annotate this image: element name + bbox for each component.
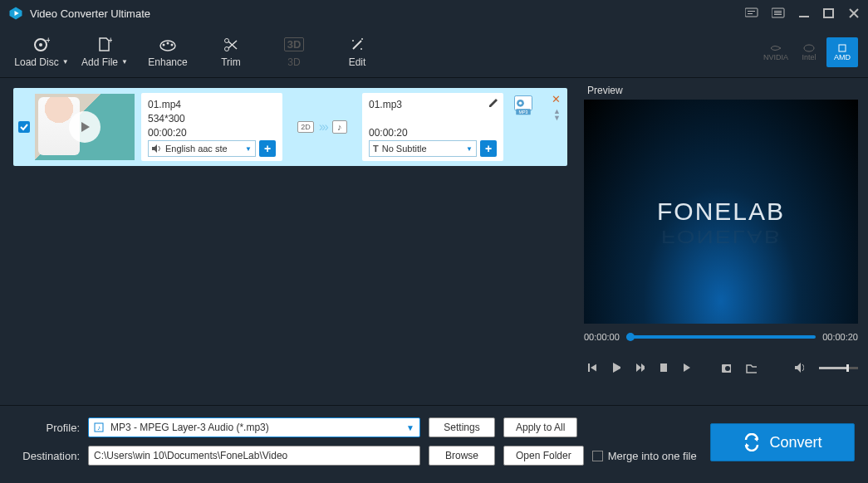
chevron-down-icon: ▼	[245, 145, 252, 153]
svg-marker-42	[641, 363, 645, 372]
volume-slider[interactable]	[819, 367, 858, 369]
minimize-icon[interactable]	[798, 7, 810, 19]
time-current: 00:00:00	[584, 332, 620, 342]
load-disc-label: Load Disc	[14, 56, 58, 68]
svg-marker-44	[684, 363, 690, 372]
close-icon[interactable]	[848, 7, 860, 19]
svg-point-19	[167, 41, 169, 44]
svg-marker-32	[152, 144, 157, 153]
main-toolbar: + Load Disc▼ + Add File▼ Enhance Trim 3D…	[0, 27, 868, 78]
profile-select[interactable]: ♪ MP3 - MPEG Layer-3 Audio (*.mp3)▼	[88, 417, 420, 437]
intel-icon	[802, 43, 816, 53]
file-thumbnail[interactable]	[35, 94, 135, 160]
audio-track-select[interactable]: English aac ste▼	[148, 140, 256, 157]
chevron-down-icon: ▼	[466, 145, 473, 153]
feedback-icon[interactable]	[745, 7, 758, 19]
open-snapshot-folder-button[interactable]	[746, 362, 756, 373]
bottom-bar: Profile: ♪ MP3 - MPEG Layer-3 Audio (*.m…	[0, 405, 868, 483]
svg-line-25	[353, 41, 361, 49]
svg-point-29	[804, 45, 814, 51]
dest-info: 01.mp3 00:00:20 T No Subtitle▼ +	[362, 93, 503, 161]
destination-input[interactable]: C:\Users\win 10\Documents\FoneLab\Video	[88, 446, 420, 466]
load-disc-button[interactable]: + Load Disc▼	[10, 31, 73, 74]
svg-text:+: +	[46, 37, 50, 45]
hw-accel-badges: NVIDIA Intel AMD	[760, 37, 858, 67]
merge-checkbox[interactable]	[592, 451, 603, 461]
prev-button[interactable]	[587, 362, 596, 373]
svg-rect-9	[799, 16, 809, 17]
svg-text:+: +	[108, 37, 112, 45]
audio-badge-icon: ♪	[332, 120, 347, 134]
file-checkbox[interactable]	[18, 121, 30, 133]
three-d-button[interactable]: 3D 3D	[262, 31, 326, 74]
svg-rect-6	[774, 11, 782, 12]
seek-slider[interactable]	[626, 335, 816, 339]
fast-forward-button[interactable]	[635, 362, 645, 373]
convert-button[interactable]: Convert	[710, 423, 855, 461]
svg-marker-39	[591, 363, 596, 372]
play-button[interactable]	[611, 362, 620, 373]
speaker-icon	[152, 144, 162, 153]
app-title: Video Converter Ultimate	[30, 7, 745, 20]
svg-point-27	[360, 48, 362, 50]
hw-nvidia[interactable]: NVIDIA	[760, 37, 792, 67]
dst-duration: 00:00:20	[369, 126, 497, 140]
convert-icon	[743, 433, 761, 451]
preview-title: Preview	[584, 85, 858, 96]
stop-button[interactable]	[660, 363, 667, 373]
arrows-icon: ›››	[319, 120, 327, 134]
svg-rect-10	[824, 9, 833, 17]
svg-marker-31	[81, 122, 90, 132]
chevron-down-icon: ▼	[121, 58, 128, 66]
snapshot-button[interactable]	[721, 362, 731, 373]
svg-marker-40	[613, 363, 620, 373]
svg-rect-43	[660, 363, 667, 372]
enhance-button[interactable]: Enhance	[136, 31, 199, 74]
nvidia-icon	[769, 43, 782, 53]
enhance-label: Enhance	[148, 56, 187, 68]
hw-amd[interactable]: AMD	[826, 37, 858, 67]
app-logo-icon	[8, 6, 23, 21]
magic-wand-icon	[350, 37, 365, 52]
edit-button[interactable]: Edit	[326, 31, 389, 74]
preview-screen[interactable]: FONELAB FONELAB	[584, 100, 858, 324]
format-mp3-icon[interactable]: MP3	[512, 93, 535, 116]
settings-button[interactable]: Settings	[429, 417, 495, 437]
edit-name-icon[interactable]	[488, 98, 498, 108]
play-overlay-icon[interactable]	[69, 111, 101, 143]
merge-checkbox-row[interactable]: Merge into one file	[592, 450, 697, 462]
subtitle-t-icon: T	[373, 144, 379, 154]
svg-point-18	[163, 43, 165, 46]
src-filename: 01.mp4	[148, 98, 276, 112]
add-subtitle-button[interactable]: +	[480, 140, 497, 157]
remove-file-button[interactable]: ✕	[552, 93, 561, 105]
svg-point-26	[352, 40, 354, 41]
source-info: 01.mp4 534*300 00:00:20 English aac ste▼…	[141, 93, 282, 161]
svg-rect-4	[748, 13, 753, 14]
add-file-button[interactable]: + Add File▼	[73, 31, 136, 74]
destination-label: Destination:	[13, 450, 80, 462]
browse-button[interactable]: Browse	[429, 446, 495, 466]
dst-filename: 01.mp3	[369, 98, 497, 112]
svg-marker-41	[636, 363, 641, 372]
trim-button[interactable]: Trim	[199, 31, 262, 74]
maximize-icon[interactable]	[823, 7, 835, 19]
next-button[interactable]	[682, 362, 691, 373]
apply-all-button[interactable]: Apply to All	[503, 417, 577, 437]
svg-rect-8	[774, 14, 782, 15]
add-audio-button[interactable]: +	[259, 140, 276, 157]
svg-point-28	[361, 38, 363, 40]
open-folder-button[interactable]: Open Folder	[503, 446, 584, 466]
svg-point-47	[725, 366, 730, 371]
subtitle-select[interactable]: T No Subtitle▼	[369, 140, 477, 157]
svg-rect-7	[774, 12, 782, 13]
menu-icon[interactable]	[772, 7, 785, 19]
volume-icon[interactable]	[794, 362, 804, 373]
svg-text:♪: ♪	[97, 424, 101, 432]
edit-label: Edit	[349, 56, 366, 68]
hw-intel[interactable]: Intel	[793, 37, 825, 67]
svg-point-35	[519, 102, 522, 105]
move-down-icon[interactable]: ▼	[553, 115, 561, 121]
reorder-arrows[interactable]: ▲▼	[553, 108, 561, 121]
file-card[interactable]: 01.mp4 534*300 00:00:20 English aac ste▼…	[13, 88, 567, 166]
